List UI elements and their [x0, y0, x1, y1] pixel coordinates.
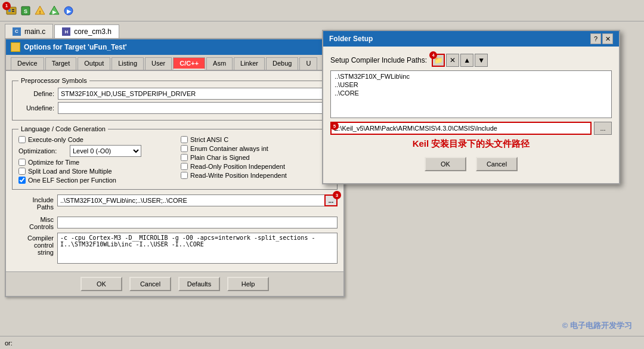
ellipsis-icon: ...	[329, 197, 333, 204]
misc-controls-row: MiscControls	[12, 214, 338, 230]
folder-dialog-buttons: OK Cancel	[330, 152, 612, 176]
one-elf-label: One ELF Section per Function	[28, 177, 116, 184]
strict-ansi-check[interactable]	[181, 136, 188, 143]
folder-new-button[interactable]: 📁 4	[432, 54, 445, 67]
tab-icon-main: C	[13, 27, 21, 36]
plain-char-label: Plain Char is Signed	[190, 154, 250, 161]
tab-cpp[interactable]: C/C++	[173, 57, 205, 70]
strict-ansi-label: Strict ANSI C	[190, 136, 228, 143]
language-legend: Language / Code Generation	[18, 125, 108, 132]
folder-listbox[interactable]: ..\STM32F10X_FWLib\inc ..\USER ..\CORE	[330, 70, 612, 118]
toolbar-icon-2[interactable]: S	[19, 4, 32, 17]
lang-col-left: Execute-only Code Optimization: Level 0 …	[18, 136, 169, 186]
main-dialog: Options for Target 'uFun_Test' 2 Device …	[5, 38, 345, 297]
tab-debug[interactable]: Debug	[266, 57, 298, 70]
include-paths-input[interactable]	[57, 194, 338, 206]
folder-close-button[interactable]: ✕	[602, 33, 613, 44]
folder-browse-button[interactable]: ...	[594, 122, 612, 135]
misc-controls-input[interactable]	[57, 217, 338, 228]
badge-3: 3	[333, 191, 341, 199]
help-button[interactable]: Help	[227, 277, 269, 291]
list-item-2[interactable]: ..\CORE	[332, 89, 610, 97]
svg-text:!: !	[39, 10, 41, 15]
define-input[interactable]	[58, 88, 331, 100]
list-item-1[interactable]: ..\USER	[332, 81, 610, 89]
execute-only-row: Execute-only Code	[18, 136, 169, 143]
folder-label-row: Setup Compiler Include Paths: 📁 4 ✕ ▲ ▼	[330, 54, 612, 67]
ok-button[interactable]: OK	[80, 277, 122, 291]
folder-path-input[interactable]	[330, 122, 592, 135]
compiler-textarea[interactable]: -c -cpu Cortex-M3 -D__MICROLIB -g -O0 -a…	[57, 233, 338, 264]
folder-help-button[interactable]: ?	[590, 33, 601, 44]
optimization-select[interactable]: Level 0 (-O0) Level 1 (-O1) Level 2 (-O2…	[70, 145, 141, 157]
tab-device[interactable]: Device	[11, 57, 44, 70]
enum-container-check[interactable]	[181, 145, 188, 152]
toolbar-icon-1[interactable]: 1	[5, 4, 18, 17]
badge-1: 1	[2, 2, 11, 10]
tab-linker[interactable]: Linker	[234, 57, 265, 70]
status-bar: or:	[0, 336, 644, 349]
preprocessor-legend: Preprocessor Symbols	[18, 77, 89, 84]
tab-output[interactable]: Output	[78, 57, 110, 70]
compiler-label: Compilercontrolstring	[12, 233, 54, 256]
strict-ansi-row: Strict ANSI C	[181, 136, 331, 143]
folder-input-row: ...	[330, 122, 612, 135]
one-elf-row: One ELF Section per Function	[18, 177, 169, 184]
list-item-0[interactable]: ..\STM32F10X_FWLib\inc	[332, 72, 610, 81]
execute-only-check[interactable]	[18, 136, 26, 143]
folder-dialog-content: Setup Compiler Include Paths: 📁 4 ✕ ▲ ▼ …	[323, 47, 619, 183]
svg-rect-2	[12, 9, 14, 10]
readwrite-pos-check[interactable]	[181, 172, 188, 179]
svg-text:▶: ▶	[52, 10, 57, 15]
tab-user[interactable]: User	[145, 57, 172, 70]
split-load-check[interactable]	[18, 168, 26, 175]
undefine-label: Undefine:	[18, 104, 54, 112]
tab-u[interactable]: U	[299, 57, 317, 70]
defaults-button[interactable]: Defaults	[178, 277, 220, 291]
tab-core-cm3[interactable]: H core_cm3.h	[54, 24, 119, 39]
tab-asm[interactable]: Asm	[206, 57, 233, 70]
toolbar-icon-4[interactable]: ▶	[48, 4, 61, 17]
main-dialog-icon	[11, 42, 20, 52]
tab-target[interactable]: Target	[45, 57, 77, 70]
readwrite-pos-label: Read-Write Position Independent	[190, 172, 287, 179]
folder-toolbar: 📁 4 ✕ ▲ ▼	[432, 54, 488, 67]
folder-delete-button[interactable]: ✕	[446, 54, 459, 67]
include-paths-browse-button[interactable]: ... 3	[324, 194, 338, 206]
tab-listing[interactable]: Listing	[112, 57, 144, 70]
cancel-button[interactable]: Cancel	[129, 277, 171, 291]
main-dialog-buttons: OK Cancel Defaults Help	[6, 271, 343, 296]
compiler-section: Compilercontrolstring -c -cpu Cortex-M3 …	[12, 233, 338, 265]
misc-controls-label: MiscControls	[12, 214, 54, 230]
tab-main-c[interactable]: C main.c	[5, 24, 53, 38]
execute-only-label: Execute-only Code	[28, 136, 83, 143]
folder-ok-button[interactable]: OK	[425, 157, 466, 171]
plain-char-check[interactable]	[181, 154, 188, 161]
undefine-input[interactable]	[58, 102, 331, 114]
folder-up-button[interactable]: ▲	[460, 54, 473, 67]
svg-text:S: S	[24, 8, 27, 14]
one-elf-check[interactable]	[18, 177, 26, 184]
toolbar-icon-3[interactable]: !	[33, 4, 47, 17]
folder-cancel-button[interactable]: Cancel	[476, 157, 518, 171]
readonly-pos-check[interactable]	[181, 163, 188, 170]
optimize-time-row: Optimize for Time	[18, 159, 169, 166]
dialog-tabs: Device Target Output Listing User C/C++ …	[6, 55, 343, 71]
optimize-time-check[interactable]	[18, 159, 26, 166]
enum-container-row: Enum Container always int	[181, 145, 331, 152]
undefine-row: Undefine:	[18, 102, 331, 114]
lang-col-right: Strict ANSI C Enum Container always int …	[181, 136, 331, 186]
toolbar-group-1: 1 S ! ▶	[5, 4, 75, 17]
folder-down-button[interactable]: ▼	[475, 54, 488, 67]
split-load-label: Split Load and Store Multiple	[28, 168, 112, 175]
readonly-pos-row: Read-Only Position Independent	[181, 163, 331, 170]
include-paths-wrap: ... 3	[57, 194, 338, 206]
folder-setup-label: Setup Compiler Include Paths:	[330, 56, 427, 64]
language-fieldset: Language / Code Generation Execute-only …	[12, 125, 338, 190]
tab-label-main: main.c	[24, 27, 45, 36]
enum-container-label: Enum Container always int	[190, 145, 268, 152]
folder-dialog-title: Folder Setup	[329, 35, 589, 43]
define-row: Define:	[18, 88, 331, 100]
toolbar-icon-5[interactable]: ▶	[62, 4, 75, 17]
badge-5: 5	[330, 122, 339, 130]
